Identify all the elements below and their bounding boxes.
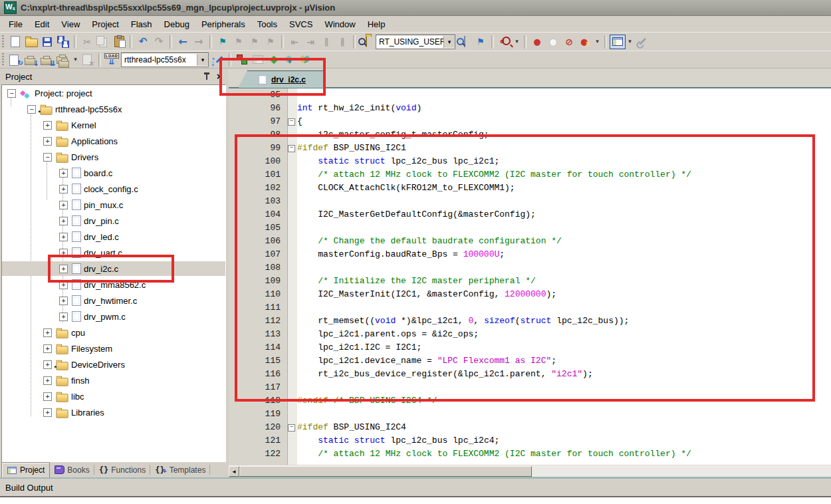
- bookmark-prev-button[interactable]: ⚑: [231, 35, 247, 49]
- redo-button[interactable]: ↷: [151, 35, 167, 49]
- disable-all-breakpoints-button[interactable]: ⊘: [561, 35, 577, 49]
- scrollbar-thumb[interactable]: [239, 466, 532, 477]
- target-select-combo[interactable]: rtthread-lpc55s6x▾: [121, 53, 209, 67]
- build-button[interactable]: ↓: [23, 53, 39, 67]
- close-icon[interactable]: ×: [215, 72, 224, 81]
- tree-expander[interactable]: −: [27, 105, 36, 114]
- tree-expander[interactable]: +: [59, 169, 68, 178]
- bookmark-next-button[interactable]: ⚑: [247, 35, 263, 49]
- menu-item-peripherals[interactable]: Peripherals: [195, 17, 251, 31]
- tree-item-libc[interactable]: +libc: [2, 388, 225, 404]
- chevron-down-icon[interactable]: ▾: [197, 54, 208, 66]
- tab-functions[interactable]: {}Functions: [94, 462, 150, 477]
- tree-item-applications[interactable]: +Applications: [2, 133, 225, 149]
- search-term-combo[interactable]: RT_USING_USER_MAI▾: [376, 35, 455, 49]
- navigate-forward-button[interactable]: →: [191, 35, 207, 49]
- target-options-button[interactable]: [210, 53, 226, 67]
- tree-item-kernel[interactable]: +Kernel: [2, 117, 225, 133]
- tree-expander[interactable]: +: [59, 217, 68, 225]
- tree-expander[interactable]: +: [43, 344, 52, 353]
- tree-item-cpu[interactable]: +cpu: [2, 324, 225, 340]
- tree-expander[interactable]: +: [59, 281, 68, 289]
- fold-collapse-icon[interactable]: −: [288, 118, 295, 126]
- menu-item-file[interactable]: File: [3, 17, 29, 31]
- tree-expander[interactable]: +: [43, 392, 52, 401]
- menu-item-tools[interactable]: Tools: [251, 17, 283, 31]
- tree-item-filesystem[interactable]: +Filesystem: [2, 340, 225, 356]
- tree-item-drv-pwm-c[interactable]: +drv_pwm.c: [2, 309, 225, 324]
- tree-item-rtthread-lpc55s6x[interactable]: −*rtthread-lpc55s6x: [2, 101, 225, 117]
- cut-button[interactable]: ✂: [79, 35, 95, 49]
- menu-item-svcs[interactable]: SVCS: [283, 17, 318, 31]
- manage-rte-button[interactable]: ◆: [266, 53, 282, 67]
- tree-item-drv-hwtimer-c[interactable]: +drv_hwtimer.c: [2, 293, 225, 309]
- tree-item-drv-mma8562-c[interactable]: +drv_mma8562.c: [2, 277, 225, 293]
- insert-breakpoint-button[interactable]: ●: [529, 35, 545, 49]
- indent-button[interactable]: ⇥: [302, 35, 318, 49]
- pack-installer-button[interactable]: ◆◆✓: [298, 53, 314, 67]
- tree-expander[interactable]: +: [43, 137, 52, 146]
- uncomment-button[interactable]: ∦: [334, 35, 350, 49]
- scroll-left-button[interactable]: ◄: [229, 466, 239, 477]
- tree-expander[interactable]: +: [43, 328, 52, 337]
- tree-expander[interactable]: +: [43, 408, 52, 417]
- tree-expander[interactable]: +: [59, 249, 68, 257]
- translate-button[interactable]: ↻: [7, 53, 23, 67]
- tree-expander[interactable]: −: [43, 153, 52, 162]
- copy-button[interactable]: [95, 35, 111, 49]
- manage-components-button[interactable]: [250, 53, 266, 67]
- tree-expander[interactable]: +: [59, 297, 68, 305]
- bookmark-clear-all-button[interactable]: ⚑: [263, 35, 279, 49]
- batch-build-button[interactable]: [55, 53, 71, 67]
- code-editor[interactable]: 9596int rt_hw_i2c_init(void)97−{98 i2c_m…: [229, 88, 831, 465]
- project-tree[interactable]: −◆◆Project: project−*rtthread-lpc55s6x+K…: [1, 84, 226, 463]
- tree-expander[interactable]: +: [43, 360, 52, 369]
- find-in-files-button[interactable]: [358, 35, 374, 49]
- undo-button[interactable]: ↶: [135, 35, 151, 49]
- paste-button[interactable]: [111, 35, 127, 49]
- tab-books[interactable]: Books: [50, 462, 94, 477]
- menu-item-help[interactable]: Help: [362, 17, 392, 31]
- menu-item-window[interactable]: Window: [318, 17, 361, 31]
- configure-button[interactable]: [634, 35, 650, 49]
- select-packs-button[interactable]: ◆▼: [282, 53, 298, 67]
- bookmark-toggle-button[interactable]: ⚑: [215, 35, 231, 49]
- tree-expander[interactable]: +: [59, 313, 68, 321]
- new-file-button[interactable]: [7, 35, 23, 49]
- chevron-down-icon[interactable]: ▾: [443, 36, 455, 48]
- batch-build-dropdown[interactable]: ▾: [71, 53, 80, 67]
- save-button[interactable]: [39, 35, 55, 49]
- tab-project[interactable]: Project: [1, 462, 50, 477]
- toolbar-grip[interactable]: [1, 35, 5, 49]
- menu-item-project[interactable]: Project: [86, 17, 124, 31]
- download-button[interactable]: LOAD⇊: [104, 53, 120, 67]
- fold-collapse-icon[interactable]: −: [288, 145, 295, 152]
- fold-collapse-icon[interactable]: −: [288, 424, 295, 432]
- quick-search-dropdown[interactable]: ▾: [513, 35, 521, 49]
- breakpoints-dropdown[interactable]: ▾: [593, 35, 602, 49]
- tree-expander[interactable]: +: [59, 185, 68, 193]
- tree-item-drivers[interactable]: −Drivers: [2, 149, 225, 165]
- find-in-files-dialog-button[interactable]: [457, 35, 473, 49]
- stop-build-button[interactable]: ×: [80, 53, 96, 67]
- menu-item-edit[interactable]: Edit: [29, 17, 55, 31]
- enable-breakpoint-button[interactable]: ●: [545, 35, 561, 49]
- tree-item-drv-uart-c[interactable]: +drv_uart.c: [2, 245, 225, 261]
- file-extensions-button[interactable]: [234, 53, 250, 67]
- rebuild-button[interactable]: ⇊: [39, 53, 55, 67]
- unindent-button[interactable]: ⇤: [287, 35, 302, 49]
- tree-expander[interactable]: +: [59, 233, 68, 241]
- tree-expander[interactable]: −: [7, 89, 16, 98]
- menu-item-flash[interactable]: Flash: [125, 17, 158, 31]
- tree-expander[interactable]: +: [59, 265, 68, 273]
- navigate-back-button[interactable]: ←: [175, 35, 191, 49]
- kill-all-breakpoints-button[interactable]: ●×: [577, 35, 593, 49]
- editor-tab-drv-i2c[interactable]: drv_i2c.c: [238, 70, 326, 88]
- open-file-button[interactable]: [23, 35, 39, 49]
- tree-item-drv-i2c-c[interactable]: +drv_i2c.c: [2, 261, 225, 277]
- tree-item-devicedrivers[interactable]: +*DeviceDrivers: [2, 356, 225, 372]
- menu-item-view[interactable]: View: [55, 17, 86, 31]
- pin-icon[interactable]: [202, 72, 211, 81]
- toolbar-grip[interactable]: [1, 53, 5, 66]
- incremental-find-button[interactable]: ⚑: [473, 35, 489, 49]
